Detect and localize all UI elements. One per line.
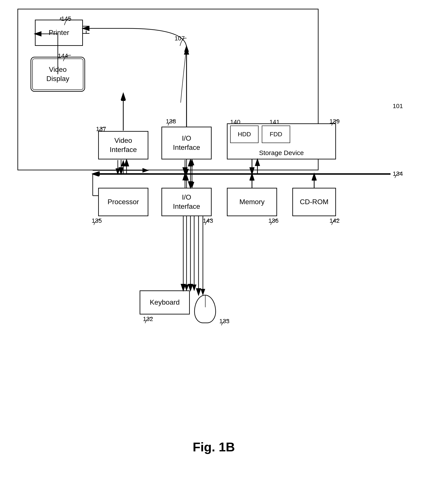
- ref-132-curve: [144, 317, 155, 324]
- cdrom-box: CD-ROM: [292, 188, 336, 216]
- io-interface-lower-label: I/O Interface: [173, 193, 200, 211]
- ref-142-curve: [331, 218, 342, 226]
- ref-134-curve: [394, 171, 405, 179]
- mouse-line: [205, 295, 205, 307]
- video-display-inner: [32, 59, 83, 90]
- ref-135-curve: [93, 218, 104, 226]
- printer-label: Printer: [49, 28, 69, 37]
- keyboard-label: Keyboard: [150, 298, 180, 307]
- diagram: Printer 145 Video Display 144 101 Video …: [18, 9, 410, 467]
- ref-101: 101: [393, 103, 403, 110]
- io-interface-upper-box: I/O Interface: [161, 127, 212, 159]
- processor-box: Processor: [98, 188, 148, 216]
- ref-137-curve: [97, 126, 108, 134]
- keyboard-box: Keyboard: [140, 290, 190, 315]
- ref-136-curve: [269, 218, 280, 226]
- ref-107-curve: [175, 36, 188, 47]
- hdd-label: HDD: [238, 130, 251, 138]
- fdd-label: FDD: [270, 130, 282, 138]
- hdd-box: HDD: [230, 126, 259, 143]
- fig-caption: Fig. 1B: [193, 440, 235, 454]
- ref-138-curve: [167, 119, 178, 127]
- ref-140: 140: [230, 118, 240, 126]
- ref-143-curve: [204, 218, 215, 226]
- ref-144-curve: [61, 54, 74, 62]
- video-interface-box: Video Interface: [98, 131, 148, 159]
- ref-139-curve: [331, 119, 342, 127]
- ref-141: 141: [269, 118, 280, 126]
- cdrom-label: CD-ROM: [300, 198, 329, 207]
- fdd-box: FDD: [262, 126, 290, 143]
- storage-device-label: Storage Device: [259, 148, 304, 157]
- memory-label: Memory: [239, 198, 265, 207]
- video-interface-label: Video Interface: [110, 136, 137, 154]
- processor-label: Processor: [107, 198, 139, 207]
- ref-133-curve: [220, 319, 231, 326]
- io-interface-upper-label: I/O Interface: [173, 134, 200, 152]
- ref-145-curve: [58, 16, 75, 27]
- memory-box: Memory: [227, 188, 277, 216]
- io-interface-lower-box: I/O Interface: [161, 188, 212, 216]
